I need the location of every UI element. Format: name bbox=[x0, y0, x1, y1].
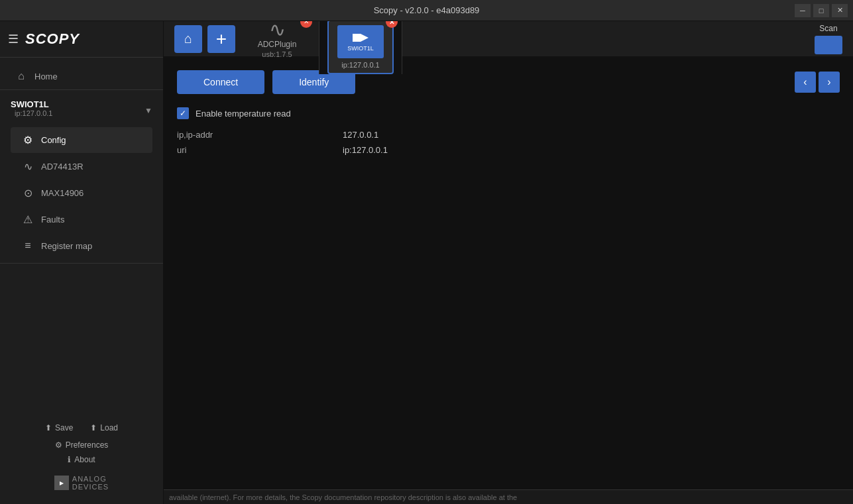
sidebar: ☰ SCOPY ⌂ Home SWIOT1L ip:127.0.0.1 ▼ ⚙ bbox=[0, 21, 164, 504]
title-text: Scopy - v2.0.0 - e4a093d89 bbox=[374, 5, 480, 15]
maximize-button[interactable]: □ bbox=[813, 4, 829, 17]
config-icon: ⚙ bbox=[21, 134, 34, 146]
main-layout: ☰ SCOPY ⌂ Home SWIOT1L ip:127.0.0.1 ▼ ⚙ bbox=[0, 21, 853, 504]
property-key-0: ip,ip-addr bbox=[177, 130, 343, 140]
next-arrow-button[interactable]: › bbox=[819, 72, 840, 93]
property-value-1: ip:127.0.0.1 bbox=[343, 145, 388, 155]
sidebar-item-home[interactable]: ⌂ Home bbox=[4, 64, 159, 89]
register-map-icon: ≡ bbox=[21, 240, 34, 252]
minimize-button[interactable]: ─ bbox=[795, 4, 811, 17]
action-row: Connect Identify ‹ › bbox=[177, 70, 840, 94]
property-row-1: uri ip:127.0.0.1 bbox=[177, 145, 840, 155]
ad74413r-icon: ∿ bbox=[21, 160, 34, 173]
content-area: ⌂ + ∿ ADCPlugin ✕ usb:1.7.5 SWIOT1L ✕ bbox=[164, 21, 853, 504]
svg-marker-1 bbox=[361, 34, 369, 42]
sidebar-header: ☰ SCOPY bbox=[0, 21, 163, 58]
add-device-button[interactable]: + bbox=[207, 25, 235, 53]
save-load-row: ⬆ Save ⬆ Load bbox=[5, 421, 158, 435]
swiot1l-card-image: SWIOT1L bbox=[337, 25, 384, 58]
nav-arrows: ‹ › bbox=[795, 72, 840, 93]
swiot1l-device-card[interactable]: ✕ SWIOT1L ip:127.0.0.1 bbox=[327, 21, 394, 74]
load-icon: ⬆ bbox=[90, 423, 97, 432]
home-icon: ⌂ bbox=[15, 70, 28, 82]
sidebar-bottom: ⬆ Save ⬆ Load ⚙ Preferences ℹ About ▶ AN… bbox=[0, 413, 163, 504]
sidebar-nav: ⌂ Home SWIOT1L ip:127.0.0.1 ▼ ⚙ Config bbox=[0, 58, 163, 413]
sidebar-item-label-ad74413r: AD74413R bbox=[41, 162, 84, 172]
preferences-link[interactable]: ⚙ Preferences bbox=[5, 440, 158, 450]
svg-rect-0 bbox=[353, 34, 361, 42]
home-toolbar-button[interactable]: ⌂ bbox=[174, 25, 202, 53]
sidebar-item-config[interactable]: ⚙ Config bbox=[11, 127, 152, 153]
about-link[interactable]: ℹ About bbox=[5, 455, 158, 464]
max14906-icon: ⊙ bbox=[21, 187, 34, 199]
preferences-icon: ⚙ bbox=[55, 440, 62, 450]
sidebar-item-register-map[interactable]: ≡ Register map bbox=[11, 233, 152, 258]
adc-wave-icon: ∿ bbox=[269, 21, 286, 40]
analog-logo-text: ANALOGDEVICES bbox=[72, 475, 109, 491]
statusbar: available (internet). For more details, … bbox=[164, 489, 853, 504]
logo: SCOPY bbox=[25, 30, 80, 48]
save-button[interactable]: ⬆ Save bbox=[40, 421, 78, 435]
faults-icon: ⚠ bbox=[21, 213, 34, 226]
adcplugin-tab[interactable]: ∿ ADCPlugin ✕ usb:1.7.5 bbox=[241, 21, 313, 64]
save-icon: ⬆ bbox=[45, 423, 52, 432]
sidebar-item-ad74413r[interactable]: ∿ AD74413R bbox=[11, 154, 152, 179]
device-name: SWIOT1L bbox=[11, 99, 57, 109]
property-value-0: 127.0.0.1 bbox=[343, 130, 378, 140]
close-button[interactable]: ✕ bbox=[832, 4, 848, 17]
enable-temp-checkbox[interactable] bbox=[177, 107, 189, 119]
sidebar-item-label-faults: Faults bbox=[41, 215, 64, 225]
enable-temp-row: Enable temperature read bbox=[177, 107, 840, 119]
device-header[interactable]: SWIOT1L ip:127.0.0.1 ▼ bbox=[7, 94, 156, 126]
sidebar-item-faults[interactable]: ⚠ Faults bbox=[11, 207, 152, 232]
analog-logo-icon: ▶ bbox=[54, 476, 69, 490]
sidebar-item-label-max14906: MAX14906 bbox=[41, 188, 84, 198]
adcplugin-close-button[interactable]: ✕ bbox=[300, 21, 312, 28]
device-section: SWIOT1L ip:127.0.0.1 ▼ ⚙ Config ∿ AD7441… bbox=[0, 89, 163, 264]
scan-label: Scan bbox=[819, 24, 837, 33]
about-icon: ℹ bbox=[68, 455, 71, 464]
statusbar-text: available (internet). For more details, … bbox=[169, 493, 517, 501]
menu-icon[interactable]: ☰ bbox=[8, 32, 19, 46]
device-ip: ip:127.0.0.1 bbox=[11, 109, 57, 121]
prev-arrow-button[interactable]: ‹ bbox=[795, 72, 816, 93]
swiot1l-addr: ip:127.0.0.1 bbox=[341, 61, 380, 69]
sidebar-item-label-home: Home bbox=[34, 72, 58, 81]
sidebar-item-max14906[interactable]: ⊙ MAX14906 bbox=[11, 180, 152, 206]
load-button[interactable]: ⬆ Load bbox=[85, 421, 123, 435]
adcplugin-addr: usb:1.7.5 bbox=[262, 50, 292, 58]
main-panel: Connect Identify ‹ › Enable temperature … bbox=[164, 57, 853, 489]
property-key-1: uri bbox=[177, 145, 343, 155]
analog-devices-logo: ▶ ANALOGDEVICES bbox=[5, 470, 158, 496]
expand-icon[interactable]: ▼ bbox=[144, 106, 152, 115]
analog-devices-small-logo bbox=[351, 32, 370, 43]
device-card-label: SWIOT1L bbox=[347, 45, 374, 52]
sidebar-item-label-config: Config bbox=[41, 135, 66, 145]
scan-area: Scan bbox=[815, 24, 842, 54]
enable-temp-label: Enable temperature read bbox=[196, 109, 291, 119]
property-row-0: ip,ip-addr 127.0.0.1 bbox=[177, 130, 840, 140]
titlebar: Scopy - v2.0.0 - e4a093d89 ─ □ ✕ bbox=[0, 0, 853, 21]
scan-button[interactable] bbox=[815, 36, 842, 54]
connect-button[interactable]: Connect bbox=[177, 70, 264, 94]
swiot1l-tab[interactable]: SWIOT1L ✕ SWIOT1L ip:127.0.0.1 bbox=[319, 21, 402, 74]
window-controls: ─ □ ✕ bbox=[795, 4, 848, 17]
adcplugin-label: ADCPlugin bbox=[258, 40, 297, 49]
topbar: ⌂ + ∿ ADCPlugin ✕ usb:1.7.5 SWIOT1L ✕ bbox=[164, 21, 853, 57]
sidebar-item-label-register-map: Register map bbox=[41, 241, 92, 251]
swiot1l-close-button[interactable]: ✕ bbox=[386, 21, 398, 28]
